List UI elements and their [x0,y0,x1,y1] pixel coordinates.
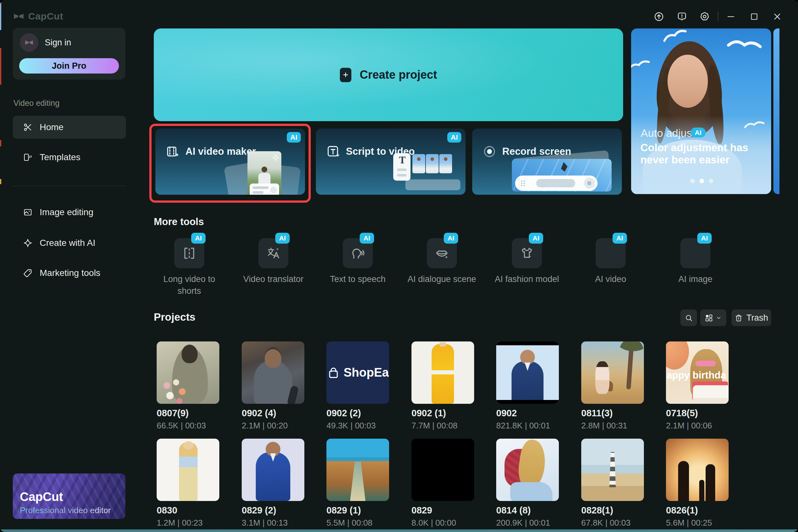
app-name: CapCut [28,11,63,22]
close-icon [773,12,782,21]
ai-badge: AI [360,233,374,244]
upload-button[interactable] [652,10,665,23]
project-card[interactable]: 08301.2M | 00:23 [157,439,219,528]
project-card[interactable]: 0829 (2)3.1M | 00:13 [242,439,304,528]
scissors-icon [23,122,33,132]
project-name: 0902 (2) [326,408,389,418]
project-thumbnail[interactable] [412,341,474,404]
tool-label: AI video [579,273,643,285]
lips-icon [435,246,449,260]
project-thumbnail[interactable] [157,439,219,501]
window-bottom-edge [0,529,798,532]
project-thumbnail[interactable] [412,439,474,501]
search-icon [684,314,693,322]
project-stats: 2.8M | 00:31 [581,421,644,431]
project-thumbnail[interactable] [496,341,559,404]
project-name: 0902 [496,408,559,418]
section-label-video-editing: Video editing [14,98,59,108]
sidebar-item-image-editing[interactable]: Image editing [13,201,126,224]
sidebar-item-label: Image editing [40,207,93,217]
project-card[interactable]: 0828(1)67.8K | 00:03 [581,439,644,528]
sidebar-item-home[interactable]: Home [13,116,126,139]
thumbnail-caption: appy birthda [667,369,729,381]
ai-badge: AI [612,233,627,244]
project-thumbnail[interactable] [242,439,304,501]
project-stats: 200.9K | 00:01 [496,518,559,528]
view-mode-button[interactable] [700,309,726,326]
project-card[interactable]: 0814 (8)200.9K | 00:01 [496,439,559,528]
project-thumbnail[interactable] [157,341,219,404]
project-card[interactable]: 0811(3)2.8M | 00:31 [581,341,644,431]
search-button[interactable] [680,309,697,326]
trash-button[interactable]: Trash [732,309,771,326]
create-project-button[interactable]: Create project [154,28,623,121]
tool-label: Long video to shorts [157,273,221,297]
join-pro-button[interactable]: Join Pro [19,58,119,74]
project-name: 0902 (4) [242,408,304,418]
chevron-down-icon [716,315,722,321]
sidebar-item-label: Marketing tools [40,268,100,278]
project-name: 0826(1) [666,505,729,516]
capcut-window: CapCut Sign in Join Pro Video editing Ho… [0,0,798,532]
project-card[interactable]: 0829 (1)5.5M | 00:08 [326,439,389,528]
sign-in-label[interactable]: Sign in [45,38,71,48]
capcut-promo-banner[interactable]: CapCut Professional video editor [13,474,125,519]
templates-icon [23,152,33,162]
ai-badge: AI [275,233,290,244]
carousel-dot[interactable] [709,179,713,183]
tag-icon [23,268,33,278]
project-card[interactable]: 08298.0K | 00:00 [412,439,474,528]
sparkle-icon [23,238,33,248]
project-thumbnail[interactable] [581,341,644,404]
ai-badge: AI [529,233,543,244]
project-card[interactable]: 0826(1)5.6M | 00:25 [666,439,729,528]
record-screen-card[interactable]: Record screen [472,129,622,195]
project-card[interactable]: 0902 (1)7.7M | 00:08 [412,341,474,431]
carousel-dot-active[interactable] [700,179,704,183]
project-thumbnail[interactable] [496,439,559,501]
ai-badge: AI [444,233,458,244]
feedback-button[interactable] [676,10,688,23]
project-name: 0807(9) [157,408,219,418]
settings-icon [699,11,710,22]
sidebar-item-label: Home [40,122,64,132]
avatar[interactable] [20,33,38,52]
project-thumbnail[interactable]: appy birthda [666,341,729,404]
image-icon [23,208,33,217]
project-thumbnail[interactable]: ShopEas [326,341,389,404]
carousel-dot[interactable] [690,179,695,183]
sidebar-item-marketing-tools[interactable]: Marketing tools [13,262,126,285]
close-button[interactable] [771,10,784,23]
sidebar-item-templates[interactable]: Templates [13,146,126,169]
project-stats: 49.3K | 00:03 [326,421,389,431]
seagull-icon [726,36,763,53]
settings-button[interactable] [698,10,711,23]
project-card[interactable]: 0902 (4)2.1M | 00:20 [242,341,304,431]
ai-badge: AI [697,233,712,244]
promo-feature-name: Auto adjust [641,127,695,139]
project-thumbnail[interactable] [666,439,729,501]
project-thumbnail[interactable] [326,439,389,501]
project-card[interactable]: 0807(9)66.5K | 00:03 [157,341,219,431]
ai-badge: AI [447,132,461,142]
project-card[interactable]: ShopEas0902 (2)49.3K | 00:03 [326,341,389,431]
project-stats: 8.0K | 00:00 [412,518,474,528]
project-card[interactable]: 0902821.8K | 00:01 [496,341,559,431]
carousel-dots [690,179,713,183]
project-thumbnail[interactable] [581,439,644,501]
project-card[interactable]: appy birthda0718(5)2.1M | 00:06 [666,341,729,431]
seagull-icon [631,58,651,71]
minimize-button[interactable] [724,10,737,23]
titlebar-separator [718,12,718,21]
project-name: 0828(1) [581,505,644,516]
sidebar-item-create-with-ai[interactable]: Create with AI [13,231,126,254]
script-to-video-card[interactable]: AI Script to video [316,129,466,195]
project-stats: 2.1M | 00:06 [666,421,729,431]
promo-carousel[interactable]: Auto adjust AI Color adjustment has neve… [631,28,771,194]
shopping-bag-icon [326,366,341,380]
tool-label: AI image [663,273,727,285]
project-thumbnail[interactable] [242,341,304,404]
sign-in-card[interactable]: Sign in Join Pro [13,28,125,80]
maximize-button[interactable] [748,10,761,23]
project-stats: 821.8K | 00:01 [496,421,559,431]
